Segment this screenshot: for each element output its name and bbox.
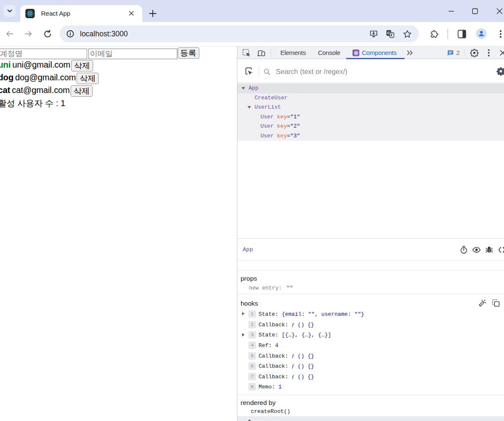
address-bar[interactable]: localhost:3000 G [60, 25, 419, 42]
toolbar-separator [464, 49, 465, 57]
eye-icon[interactable] [472, 245, 481, 254]
user-name[interactable]: dog [0, 73, 14, 82]
collapse-arrow-icon[interactable] [248, 106, 251, 109]
hook-row[interactable]: 4 Ref: 4 [237, 340, 504, 351]
hook-row[interactable]: 3 State: [{…}, {…}, {…}] [237, 330, 504, 340]
maximize-button[interactable] [472, 8, 478, 14]
devtools-footer-strip [237, 416, 504, 421]
kebab-menu-icon [498, 30, 504, 38]
browser-menu-button[interactable] [498, 30, 504, 38]
magic-wand-icon[interactable] [478, 299, 486, 307]
forward-button[interactable] [24, 30, 33, 38]
hook-row[interactable]: 5 Callback: ƒ () {} [237, 351, 504, 361]
view-source-icon[interactable] [498, 246, 504, 253]
tree-row-createuser[interactable]: CreateUser [237, 93, 504, 103]
tab-title: React App [41, 5, 70, 22]
web-page: 등록 uni uni@gmail.com삭제 dog dog@gmail.com… [0, 46, 237, 421]
hook-row[interactable]: 8 Memo: 1 [237, 382, 504, 392]
tab-strip: React App [0, 0, 504, 22]
browser-window: React App [0, 0, 504, 421]
tree-row-user[interactable]: User key="3" [237, 131, 504, 141]
tab-search-button[interactable] [3, 5, 16, 17]
tree-row-user[interactable]: User key="2" [237, 122, 504, 131]
url-text[interactable]: localhost:3000 [80, 25, 128, 42]
user-email: dog@gmail.com [15, 73, 76, 82]
rendered-by-label: rendered by [241, 399, 276, 407]
collapse-arrow-icon[interactable] [242, 87, 245, 90]
delete-user-button[interactable]: 삭제 [71, 60, 93, 71]
user-name[interactable]: uni [0, 60, 11, 69]
hooks-section: hooks 1 State: {email: "", username: ""} [237, 294, 504, 395]
tab-close-button[interactable] [128, 10, 135, 17]
back-button[interactable] [6, 30, 14, 38]
components-search-input[interactable]: Search (text or /regex/) [276, 60, 347, 83]
copy-icon[interactable] [492, 299, 500, 307]
user-row: cat cat@gmail.com삭제 [0, 85, 93, 98]
inspected-element-actions [237, 239, 504, 261]
tree-row-app[interactable]: App [237, 84, 504, 93]
side-panel-button[interactable] [457, 30, 466, 38]
plus-icon [149, 9, 157, 18]
forward-arrow-icon [24, 30, 33, 38]
reload-button[interactable] [43, 30, 52, 38]
expand-arrow-icon[interactable] [242, 312, 245, 315]
new-tab-button[interactable] [149, 9, 157, 18]
reload-icon [43, 30, 52, 38]
email-input[interactable] [88, 49, 177, 59]
rendered-by-section: rendered by createRoot() [237, 395, 504, 416]
devtools-toolbar: Elements Console Components [237, 46, 504, 59]
tree-row-userlist[interactable]: UserList [237, 103, 504, 112]
search-icon [264, 68, 270, 75]
back-arrow-icon [6, 30, 14, 38]
expand-arrow-icon[interactable] [242, 333, 245, 336]
site-info-icon[interactable] [66, 30, 74, 38]
components-settings-button[interactable] [496, 67, 504, 76]
minimize-button[interactable] [448, 8, 454, 14]
window-close-button[interactable] [496, 8, 503, 14]
separator [259, 66, 259, 77]
footer-dot [248, 420, 251, 421]
user-name[interactable]: cat [0, 85, 10, 95]
bookmark-star-icon[interactable] [403, 30, 412, 38]
inspected-element-subheader [237, 261, 504, 271]
close-icon [496, 8, 503, 14]
user-row: dog dog@gmail.com삭제 [0, 73, 99, 85]
select-element-icon[interactable] [244, 67, 253, 76]
person-icon [478, 30, 485, 37]
hook-row[interactable]: 7 Callback: ƒ () {} [237, 372, 504, 382]
delete-user-button[interactable]: 삭제 [77, 73, 99, 84]
hook-row[interactable]: 1 State: {email: "", username: ""} [237, 309, 504, 320]
console-messages-indicator[interactable]: 2 [447, 46, 460, 59]
browser-tab[interactable]: React App [20, 5, 142, 22]
minimize-icon [448, 8, 454, 14]
install-icon[interactable] [369, 30, 378, 38]
register-button[interactable]: 등록 [178, 47, 199, 59]
bug-icon[interactable] [485, 246, 493, 254]
side-panel-icon [457, 30, 466, 38]
devtools-toolbar-right: 2 [237, 46, 504, 59]
delete-user-button[interactable]: 삭제 [71, 85, 93, 97]
hooks-label: hooks [241, 300, 258, 307]
puzzle-icon [430, 30, 439, 39]
translate-icon[interactable]: G [386, 30, 394, 38]
hook-row[interactable]: 2 Callback: ƒ () {} [237, 320, 504, 330]
close-icon [128, 10, 135, 16]
extensions-button[interactable] [430, 30, 439, 39]
devtools-menu-button[interactable] [487, 49, 490, 57]
hook-row[interactable]: 6 Callback: ƒ () {} [237, 361, 504, 372]
user-row: uni uni@gmail.com삭제 [0, 60, 93, 73]
prop-entry[interactable]: new entry:"" [249, 285, 293, 291]
browser-toolbar: localhost:3000 G [0, 22, 504, 46]
devtools-panel: Elements Console Components [237, 46, 504, 421]
user-email: uni@gmail.com [12, 60, 70, 69]
profile-avatar[interactable] [476, 28, 487, 39]
profiler-stopwatch-icon[interactable] [460, 246, 468, 254]
devtools-close-button[interactable] [499, 49, 504, 56]
tree-row-user[interactable]: User key="1" [237, 112, 504, 122]
devtools-settings-button[interactable] [470, 49, 479, 57]
gear-icon [470, 49, 479, 57]
rendered-by-item[interactable]: createRoot() [251, 407, 291, 416]
close-icon [499, 49, 504, 56]
kebab-menu-icon [487, 49, 490, 57]
username-input[interactable] [0, 49, 87, 59]
